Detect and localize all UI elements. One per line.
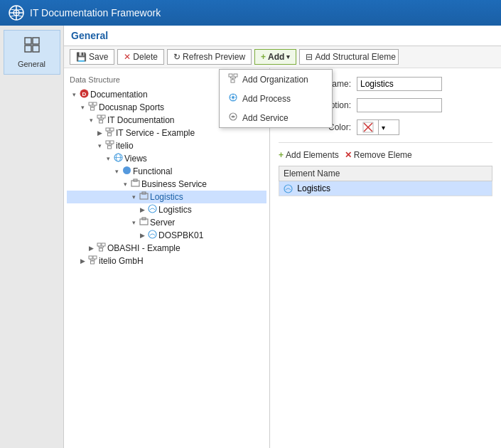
toggle-it-service[interactable]: ▶ bbox=[95, 129, 104, 137]
svg-rect-69 bbox=[97, 243, 101, 246]
tree-node-logistics-child[interactable]: ▶ Logistics bbox=[67, 203, 266, 216]
functional-label: Functional bbox=[133, 166, 172, 176]
name-input[interactable] bbox=[357, 77, 442, 91]
tree-node-business-service[interactable]: ▾ Business Service bbox=[67, 178, 266, 191]
svg-rect-71 bbox=[99, 248, 103, 251]
svg-rect-27 bbox=[91, 107, 95, 110]
toggle-logistics[interactable]: ▾ bbox=[129, 193, 138, 201]
add-structural-label: Add Structural Eleme bbox=[315, 52, 395, 62]
add-dropdown-menu: Add Organization Add Process bbox=[219, 69, 333, 128]
logistics-selected-icon bbox=[139, 191, 149, 203]
svg-rect-10 bbox=[231, 80, 235, 82]
tree-node-obashi[interactable]: ▶ OBASHI - Example bbox=[67, 242, 266, 255]
add-plus-icon: + bbox=[261, 52, 266, 62]
toggle-itelio-gmbh[interactable]: ▶ bbox=[78, 257, 87, 265]
add-organization-item[interactable]: Add Organization bbox=[220, 70, 332, 89]
logistics-selected-label: Logistics bbox=[150, 192, 183, 202]
svg-rect-34 bbox=[102, 115, 105, 118]
svg-point-17 bbox=[232, 96, 235, 99]
app-icon bbox=[9, 5, 24, 21]
remove-elements-label: Remove Eleme bbox=[354, 150, 412, 160]
add-elements-button[interactable]: + Add Elements bbox=[279, 150, 339, 160]
toggle-itelio[interactable]: ▾ bbox=[95, 142, 104, 149]
docusnap-sports-icon bbox=[88, 102, 97, 113]
nav-item-general[interactable]: General bbox=[4, 30, 60, 75]
toggle-it-documentation[interactable]: ▾ bbox=[87, 117, 95, 124]
svg-rect-42 bbox=[110, 128, 114, 131]
svg-rect-7 bbox=[33, 46, 39, 52]
it-documentation-label: IT Documentation bbox=[107, 115, 175, 125]
toggle-docusnap-sports[interactable]: ▾ bbox=[78, 104, 87, 111]
tree-node-logistics-selected[interactable]: ▾ Logistics bbox=[67, 191, 266, 203]
add-process-item[interactable]: Add Process bbox=[220, 89, 332, 108]
save-button[interactable]: 💾 Save bbox=[70, 49, 114, 65]
add-structural-icon: ⊟ bbox=[306, 52, 313, 62]
svg-text:D: D bbox=[82, 91, 87, 97]
svg-rect-33 bbox=[97, 115, 101, 118]
add-service-item[interactable]: Add Service bbox=[220, 108, 332, 127]
functional-icon bbox=[122, 166, 131, 177]
business-service-icon bbox=[131, 178, 140, 190]
tree-node-it-service[interactable]: ▶ IT Service - Example bbox=[67, 127, 266, 139]
elements-toolbar: + Add Elements ✕ Remove Eleme bbox=[279, 150, 492, 160]
svg-rect-51 bbox=[108, 146, 112, 149]
tree-node-functional[interactable]: ▾ Functional bbox=[67, 165, 266, 178]
toggle-documentation[interactable]: ▾ bbox=[70, 91, 78, 98]
svg-rect-4 bbox=[25, 38, 31, 44]
delete-label: Delete bbox=[133, 52, 158, 62]
element-name-value: Logistics bbox=[297, 183, 330, 193]
svg-rect-79 bbox=[91, 261, 95, 264]
tree-node-dospbk01[interactable]: ▶ DOSPBK01 bbox=[67, 229, 266, 242]
add-service-label: Add Service bbox=[242, 113, 289, 123]
itelio-gmbh-icon bbox=[88, 255, 97, 267]
color-dropdown-arrow-icon[interactable]: ▾ bbox=[379, 124, 388, 132]
section-divider bbox=[279, 142, 492, 143]
toggle-dospbk01[interactable]: ▶ bbox=[138, 232, 146, 239]
svg-point-60 bbox=[123, 166, 131, 174]
content-header-title: General bbox=[71, 30, 108, 41]
content-header: General bbox=[64, 26, 501, 46]
svg-rect-26 bbox=[93, 102, 97, 105]
add-dropdown-arrow-icon: ▾ bbox=[286, 53, 290, 60]
svg-rect-50 bbox=[110, 141, 114, 144]
svg-rect-9 bbox=[234, 74, 237, 77]
documentation-label: Documentation bbox=[90, 90, 148, 100]
svg-rect-78 bbox=[93, 256, 97, 259]
svg-rect-77 bbox=[89, 256, 92, 259]
svg-rect-8 bbox=[229, 74, 232, 77]
refresh-preview-button[interactable]: ↻ Refresh Preview bbox=[167, 49, 252, 65]
svg-rect-41 bbox=[106, 128, 109, 131]
logistics-child-icon bbox=[148, 204, 157, 215]
add-button[interactable]: + Add ▾ bbox=[254, 49, 296, 65]
short-desc-input[interactable] bbox=[357, 98, 442, 112]
add-structural-button[interactable]: ⊟ Add Structural Eleme bbox=[299, 49, 399, 65]
toggle-server[interactable]: ▾ bbox=[129, 219, 138, 226]
delete-button[interactable]: ✕ Delete bbox=[117, 49, 164, 65]
save-label: Save bbox=[89, 52, 108, 62]
tree-node-server[interactable]: ▾ Server bbox=[67, 216, 266, 229]
elements-table: Element Name Logistics bbox=[279, 166, 492, 196]
toggle-functional[interactable]: ▾ bbox=[112, 168, 121, 175]
tree-node-itelio-gmbh[interactable]: ▶ itelio GmbH bbox=[67, 255, 266, 267]
itelio-gmbh-label: itelio GmbH bbox=[99, 256, 144, 266]
tree-node-views[interactable]: ▾ Views bbox=[67, 152, 266, 165]
add-elements-label: Add Elements bbox=[286, 150, 339, 160]
server-label: Server bbox=[150, 218, 175, 228]
toggle-obashi[interactable]: ▶ bbox=[87, 245, 95, 252]
toggle-views[interactable]: ▾ bbox=[104, 155, 112, 162]
add-organization-label: Add Organization bbox=[242, 75, 308, 85]
remove-elements-button[interactable]: ✕ Remove Eleme bbox=[345, 150, 412, 160]
save-icon: 💾 bbox=[76, 52, 87, 62]
itelio-label: itelio bbox=[116, 141, 134, 151]
obashi-label: OBASHI - Example bbox=[107, 243, 181, 253]
svg-rect-70 bbox=[102, 243, 105, 246]
toggle-logistics-child[interactable]: ▶ bbox=[138, 206, 146, 213]
dospbk01-label: DOSPBK01 bbox=[158, 230, 203, 240]
docusnap-sports-label: Docusnap Sports bbox=[99, 102, 164, 112]
add-service-icon bbox=[228, 112, 238, 124]
toggle-business-service[interactable]: ▾ bbox=[121, 181, 129, 188]
svg-rect-35 bbox=[99, 120, 103, 123]
tree-node-itelio[interactable]: ▾ itelio bbox=[67, 139, 266, 152]
table-row[interactable]: Logistics bbox=[279, 181, 492, 196]
color-picker[interactable]: ▾ bbox=[357, 119, 399, 135]
